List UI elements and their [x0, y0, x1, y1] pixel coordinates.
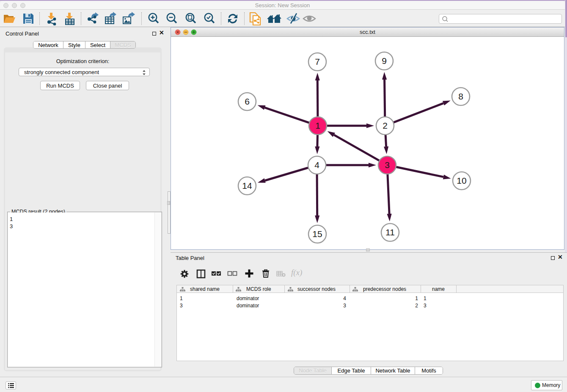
svg-text:9: 9 — [382, 56, 387, 66]
svg-text:10: 10 — [457, 176, 466, 185]
svg-text:8: 8 — [458, 91, 463, 101]
svg-text:2: 2 — [383, 121, 388, 130]
svg-text:11: 11 — [385, 227, 395, 237]
svg-text:6: 6 — [245, 97, 250, 106]
svg-text:4: 4 — [314, 160, 319, 170]
svg-text:15: 15 — [312, 229, 322, 239]
svg-text:1: 1 — [315, 121, 320, 130]
svg-text:3: 3 — [385, 160, 390, 170]
svg-text:7: 7 — [315, 57, 320, 66]
svg-text:14: 14 — [242, 181, 252, 190]
